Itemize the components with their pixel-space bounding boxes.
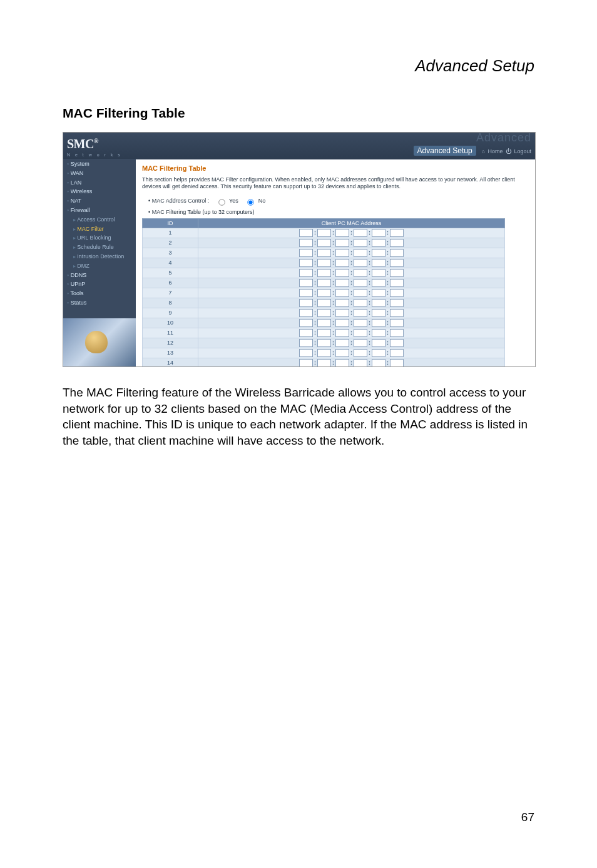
mac-octet-input[interactable] [317,349,331,357]
mac-octet-input[interactable] [299,319,313,327]
mac-octet-input[interactable] [335,359,349,367]
mac-octet-input[interactable] [335,349,349,357]
mac-octet-input[interactable] [299,359,313,367]
mac-octet-input[interactable] [299,259,313,267]
mac-octet-input[interactable] [372,329,385,337]
radio-yes-label[interactable]: Yes [215,198,240,204]
mac-octet-input[interactable] [354,279,367,287]
mac-octet-input[interactable] [317,269,331,277]
mac-octet-input[interactable] [335,309,349,317]
mac-octet-input[interactable] [354,309,367,317]
mac-octet-input[interactable] [317,279,331,287]
mac-octet-input[interactable] [317,239,331,247]
mac-octet-input[interactable] [372,319,385,327]
mac-octet-input[interactable] [299,299,313,307]
mac-octet-input[interactable] [390,339,404,347]
mac-octet-input[interactable] [372,249,385,257]
mac-octet-input[interactable] [335,329,349,337]
sidebar-item-tools[interactable]: Tools [63,289,136,298]
mac-octet-input[interactable] [299,309,313,317]
mac-octet-input[interactable] [317,299,331,307]
mac-octet-input[interactable] [299,289,313,297]
mac-octet-input[interactable] [354,319,367,327]
radio-no[interactable] [248,199,254,205]
sidebar-item-mac-filter[interactable]: MAC Filter [63,225,136,234]
mac-octet-input[interactable] [354,289,367,297]
mac-octet-input[interactable] [372,309,385,317]
sidebar-item-wireless[interactable]: Wireless [63,187,136,196]
mac-octet-input[interactable] [390,319,404,327]
mac-octet-input[interactable] [317,329,331,337]
mac-octet-input[interactable] [372,269,385,277]
sidebar-item-lan[interactable]: LAN [63,178,136,188]
mac-octet-input[interactable] [335,229,349,237]
mac-octet-input[interactable] [372,289,385,297]
mac-octet-input[interactable] [317,229,331,237]
mac-octet-input[interactable] [299,239,313,247]
sidebar-item-upnp[interactable]: UPnP [63,280,136,289]
mac-octet-input[interactable] [335,299,349,307]
sidebar-item-url-blocking[interactable]: URL Blocking [63,233,136,243]
mac-octet-input[interactable] [299,249,313,257]
sidebar-item-nat[interactable]: NAT [63,196,136,206]
mac-octet-input[interactable] [390,259,404,267]
mac-octet-input[interactable] [335,259,349,267]
mac-octet-input[interactable] [354,299,367,307]
mac-octet-input[interactable] [372,279,385,287]
mac-octet-input[interactable] [372,259,385,267]
sidebar-item-firewall[interactable]: Firewall [63,206,136,215]
mac-octet-input[interactable] [354,329,367,337]
mac-octet-input[interactable] [354,249,367,257]
mac-octet-input[interactable] [354,359,367,367]
mac-octet-input[interactable] [390,239,404,247]
mac-octet-input[interactable] [335,239,349,247]
mac-octet-input[interactable] [354,239,367,247]
sidebar-item-intrusion-detection[interactable]: Intrusion Detection [63,252,136,261]
mac-octet-input[interactable] [372,299,385,307]
mac-octet-input[interactable] [335,269,349,277]
mac-octet-input[interactable] [390,289,404,297]
mac-octet-input[interactable] [354,349,367,357]
mac-octet-input[interactable] [317,259,331,267]
home-link[interactable]: Home [487,148,503,154]
mac-octet-input[interactable] [335,279,349,287]
mac-octet-input[interactable] [390,359,404,367]
sidebar-item-ddns[interactable]: DDNS [63,271,136,280]
mac-octet-input[interactable] [299,269,313,277]
radio-yes[interactable] [218,199,225,205]
sidebar-item-wan[interactable]: WAN [63,169,136,178]
logout-icon[interactable]: ⏻ [506,148,511,154]
mac-octet-input[interactable] [372,339,385,347]
mac-octet-input[interactable] [372,229,385,237]
mac-octet-input[interactable] [299,279,313,287]
mac-octet-input[interactable] [354,269,367,277]
mac-octet-input[interactable] [335,249,349,257]
radio-no-label[interactable]: No [243,198,265,204]
mac-octet-input[interactable] [372,359,385,367]
sidebar-item-schedule-rule[interactable]: Schedule Rule [63,243,136,252]
mac-octet-input[interactable] [299,339,313,347]
mac-octet-input[interactable] [354,339,367,347]
mac-octet-input[interactable] [335,339,349,347]
mac-octet-input[interactable] [390,349,404,357]
home-icon[interactable]: ⌂ [481,148,484,154]
mac-octet-input[interactable] [317,319,331,327]
logout-link[interactable]: Logout [514,148,531,154]
mac-octet-input[interactable] [390,279,404,287]
mac-octet-input[interactable] [335,289,349,297]
mac-octet-input[interactable] [390,229,404,237]
mac-octet-input[interactable] [390,249,404,257]
sidebar-item-dmz[interactable]: DMZ [63,261,136,271]
mac-octet-input[interactable] [317,339,331,347]
mac-octet-input[interactable] [354,259,367,267]
mac-octet-input[interactable] [390,309,404,317]
mac-octet-input[interactable] [390,329,404,337]
mac-octet-input[interactable] [372,349,385,357]
mac-octet-input[interactable] [299,329,313,337]
mac-octet-input[interactable] [354,229,367,237]
mac-octet-input[interactable] [317,249,331,257]
mac-octet-input[interactable] [299,349,313,357]
mac-octet-input[interactable] [299,229,313,237]
mac-octet-input[interactable] [335,319,349,327]
sidebar-item-access-control[interactable]: Access Control [63,215,136,225]
